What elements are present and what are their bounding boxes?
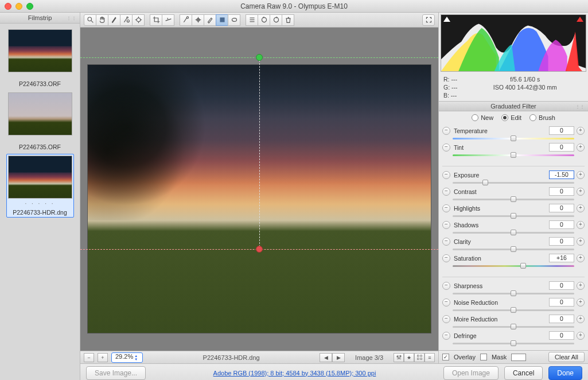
slider-plus-button[interactable]: + (577, 298, 585, 307)
slider-value-input[interactable]: 0 (549, 187, 574, 196)
zoom-in-button[interactable]: + (98, 353, 108, 362)
open-image-button[interactable]: Open Image (443, 366, 499, 380)
slider-thumb[interactable] (511, 324, 516, 329)
slider-track[interactable] (453, 197, 574, 203)
done-button[interactable]: Done (548, 366, 582, 380)
slider-minus-button[interactable]: − (442, 315, 450, 323)
slider-track[interactable] (453, 153, 574, 158)
clear-all-button[interactable]: Clear All (548, 352, 585, 362)
zoom-select[interactable]: 29.2% ▲▼ (111, 352, 143, 363)
slider-minus-button[interactable]: − (442, 204, 450, 212)
slider-track[interactable] (453, 230, 574, 236)
gradient-start-handle[interactable] (256, 54, 263, 61)
slider-plus-button[interactable]: + (577, 127, 585, 135)
shadow-clip-icon[interactable] (443, 17, 450, 22)
histogram[interactable] (441, 14, 586, 72)
slider-minus-button[interactable]: − (442, 332, 450, 340)
slider-value-input[interactable]: 0 (549, 281, 574, 290)
slider-minus-button[interactable]: − (442, 282, 450, 290)
slider-value-input[interactable]: 0 (549, 143, 574, 152)
save-image-button[interactable]: Save Image... (86, 366, 146, 380)
slider-value-input[interactable]: 0 (549, 298, 574, 307)
white-balance-tool[interactable] (108, 14, 120, 26)
rotate-ccw-icon[interactable] (258, 14, 270, 26)
redeye-tool[interactable] (192, 14, 204, 26)
highlight-clip-icon[interactable] (577, 17, 583, 22)
slider-plus-button[interactable]: + (577, 144, 585, 152)
mode-new-radio[interactable]: New (472, 114, 493, 121)
filmstrip-thumb[interactable]: P2246733.ORF (6, 28, 74, 89)
slider-minus-button[interactable]: − (442, 238, 450, 246)
slider-value-input[interactable]: 0 (549, 331, 574, 340)
slider-value-input[interactable]: 0 (549, 126, 574, 135)
slider-plus-button[interactable]: + (577, 221, 585, 229)
slider-plus-button[interactable]: + (577, 254, 585, 262)
slider-plus-button[interactable]: + (577, 238, 585, 246)
slider-value-input[interactable]: 0 (549, 204, 574, 212)
cancel-button[interactable]: Cancel (504, 366, 543, 380)
slider-thumb[interactable] (511, 307, 516, 313)
slider-value-input[interactable]: 0 (549, 220, 574, 229)
slider-value-input[interactable]: +16 (549, 254, 574, 262)
menu-icon[interactable]: ≡ (425, 353, 435, 362)
slider-track[interactable] (453, 136, 574, 142)
slider-thumb[interactable] (482, 180, 488, 185)
zoom-out-button[interactable]: − (84, 353, 94, 362)
mask-color-swatch[interactable] (511, 354, 526, 361)
slider-thumb[interactable] (511, 213, 516, 219)
slider-plus-button[interactable]: + (577, 188, 585, 196)
adjustment-brush-tool[interactable] (204, 14, 216, 26)
slider-minus-button[interactable]: − (442, 171, 450, 179)
slider-track[interactable] (453, 308, 574, 313)
slider-track[interactable] (453, 341, 574, 347)
slider-track[interactable] (453, 180, 574, 186)
slider-thumb[interactable] (511, 152, 516, 158)
trash-icon[interactable] (282, 14, 294, 26)
slider-minus-button[interactable]: − (442, 144, 450, 152)
prev-image-button[interactable]: ◀ (320, 353, 332, 362)
slider-value-input[interactable]: -1.50 (549, 170, 574, 179)
slider-track[interactable] (453, 291, 574, 297)
radial-filter-tool[interactable] (228, 14, 240, 26)
slider-track[interactable] (453, 263, 574, 269)
slider-plus-button[interactable]: + (577, 282, 585, 290)
targeted-adjust-tool[interactable] (132, 14, 145, 26)
slider-plus-button[interactable]: + (577, 204, 585, 212)
crop-tool[interactable] (150, 14, 162, 26)
slider-minus-button[interactable]: − (442, 254, 450, 262)
slider-thumb[interactable] (511, 196, 516, 202)
close-window-button[interactable] (5, 3, 11, 10)
fullscreen-toggle-icon[interactable] (422, 14, 435, 26)
canvas[interactable] (80, 28, 438, 351)
slider-plus-button[interactable]: + (577, 171, 585, 179)
grid-icon[interactable] (414, 353, 425, 362)
rating-icon[interactable]: ★ (404, 353, 414, 362)
slider-minus-button[interactable]: − (442, 298, 450, 307)
spot-removal-tool[interactable] (180, 14, 192, 26)
mode-brush-radio[interactable]: Brush (529, 114, 555, 121)
gradient-axis-line[interactable] (259, 57, 260, 250)
straighten-tool[interactable] (162, 14, 174, 26)
slider-minus-button[interactable]: − (442, 188, 450, 196)
zoom-window-button[interactable] (26, 3, 33, 10)
filmstrip-thumb[interactable]: · · · · · P2246733-HDR.dng (6, 154, 74, 218)
gradient-end-handle[interactable] (256, 246, 263, 253)
slider-thumb[interactable] (520, 263, 526, 269)
overlay-checkbox[interactable]: ✓ (442, 354, 449, 360)
slider-plus-button[interactable]: + (577, 332, 585, 340)
slider-thumb[interactable] (511, 246, 516, 252)
slider-thumb[interactable] (511, 290, 516, 296)
workflow-link[interactable]: Adobe RGB (1998); 8 bit; 4584 by 3438 (1… (151, 370, 438, 377)
filmstrip-thumb[interactable]: P2246735.ORF (6, 91, 74, 152)
hand-tool[interactable] (96, 14, 108, 26)
slider-value-input[interactable]: 0 (549, 237, 574, 246)
slider-minus-button[interactable]: − (442, 221, 450, 229)
sliders-icon[interactable] (394, 353, 404, 362)
slider-thumb[interactable] (511, 135, 516, 141)
rotate-cw-icon[interactable] (270, 14, 282, 26)
presets-icon[interactable] (246, 14, 258, 26)
grip-icon[interactable]: ⋮⋮ (67, 15, 77, 21)
next-image-button[interactable]: ▶ (332, 353, 345, 362)
slider-track[interactable] (453, 247, 574, 253)
mode-edit-radio[interactable]: Edit (501, 114, 521, 121)
